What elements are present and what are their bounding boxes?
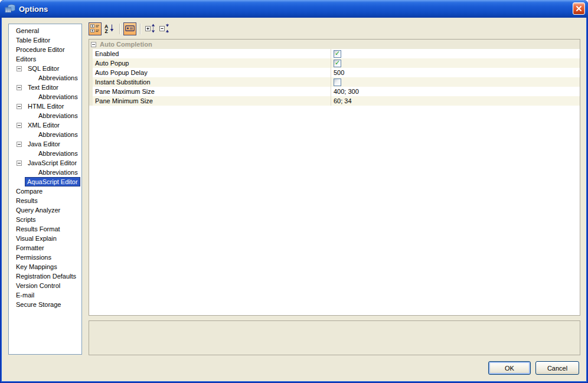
alphabetical-view-button[interactable]: A Z: [103, 22, 116, 35]
expand-all-button[interactable]: [144, 22, 157, 35]
tree-item[interactable]: HTML Editor: [9, 102, 81, 111]
tree-item[interactable]: AquaScript Editor: [9, 177, 81, 186]
property-row[interactable]: Pane Maximum Size 400; 300: [89, 87, 580, 96]
property-value-cell[interactable]: [331, 58, 580, 68]
tree-item-label: Java Editor: [26, 140, 62, 148]
expand-all-icon: [145, 24, 156, 34]
property-value: 500: [334, 69, 344, 76]
tree-item[interactable]: Abbreviations: [9, 92, 81, 102]
property-value: 60; 34: [334, 97, 352, 104]
property-grid: Auto Completion Enabled: [89, 39, 580, 316]
database-table-icon: [5, 4, 15, 14]
tree-item[interactable]: Formatter: [9, 243, 81, 253]
property-row[interactable]: Instant Substitution: [89, 77, 580, 87]
property-row[interactable]: Auto Popup Delay 500: [89, 68, 580, 77]
tree-item-label: Formatter: [14, 244, 46, 252]
property-row[interactable]: Auto Popup: [89, 58, 580, 68]
tree-item-label: Abbreviations: [37, 112, 80, 120]
tree-item[interactable]: Text Editor: [9, 83, 81, 92]
tree-item-label: Abbreviations: [37, 74, 80, 82]
tree-item-label: E-mail: [14, 291, 36, 299]
tree-item[interactable]: Results: [9, 196, 81, 205]
tree-item-label: Key Mappings: [14, 263, 59, 271]
tree-item[interactable]: Scripts: [9, 215, 81, 224]
property-name: Pane Minimum Size: [93, 96, 331, 106]
tree-item-label: Procedure Editor: [14, 45, 67, 54]
tree-item[interactable]: Version Control: [9, 281, 81, 290]
tree-item[interactable]: Abbreviations: [9, 149, 81, 158]
tree-item-label: Abbreviations: [37, 93, 80, 101]
collapse-all-button[interactable]: [158, 22, 171, 35]
property-name: Auto Popup Delay: [93, 68, 331, 77]
tree-item[interactable]: Compare: [9, 186, 81, 196]
property-value-cell[interactable]: [331, 49, 580, 58]
tree-item[interactable]: Abbreviations: [9, 111, 81, 120]
tree-item[interactable]: Abbreviations: [9, 73, 81, 83]
checkbox-icon[interactable]: [334, 60, 341, 67]
tree-item[interactable]: Abbreviations: [9, 168, 81, 177]
property-value-cell[interactable]: 400; 300: [331, 87, 580, 96]
show-description-icon: [125, 24, 135, 34]
tree-item[interactable]: Visual Explain: [9, 234, 81, 243]
cancel-button[interactable]: Cancel: [535, 361, 579, 375]
tree-item[interactable]: Key Mappings: [9, 262, 81, 271]
tree-item-label: Text Editor: [26, 83, 60, 91]
property-value-cell[interactable]: 500: [331, 68, 580, 77]
description-panel: [89, 320, 580, 355]
tree-item[interactable]: Secure Storage: [9, 300, 81, 309]
tree-item[interactable]: Registration Defaults: [9, 271, 81, 281]
property-value-cell[interactable]: 60; 34: [331, 96, 580, 106]
property-value-cell[interactable]: [331, 77, 580, 87]
tree-item-label: Results Format: [14, 225, 62, 233]
category-header[interactable]: Auto Completion: [89, 40, 580, 49]
tree-item-label: Query Analyzer: [14, 206, 62, 214]
tree-item[interactable]: Java Editor: [9, 139, 81, 149]
tree-item[interactable]: Table Editor: [9, 35, 81, 45]
tree-item[interactable]: XML Editor: [9, 120, 81, 130]
title-bar[interactable]: Options: [0, 0, 588, 18]
options-dialog-window: Options General Table Editor: [0, 0, 588, 383]
tree-item-label: Editors: [14, 55, 38, 63]
property-rows: Enabled Auto Popup: [89, 49, 580, 106]
tree-item-label: Visual Explain: [14, 234, 58, 243]
property-row[interactable]: Pane Minimum Size 60; 34: [89, 96, 580, 106]
collapse-box-icon[interactable]: [17, 66, 22, 71]
checkbox-icon[interactable]: [334, 78, 341, 86]
toolbar-separator: [140, 24, 141, 34]
tree-item-label: Abbreviations: [37, 168, 80, 176]
property-row[interactable]: Enabled: [89, 49, 580, 58]
show-description-button[interactable]: [123, 22, 136, 35]
tree-item[interactable]: SQL Editor: [9, 64, 81, 73]
close-button[interactable]: [573, 2, 585, 15]
collapse-box-icon[interactable]: [17, 104, 22, 109]
tree-item[interactable]: Results Format: [9, 224, 81, 234]
collapse-box-icon[interactable]: [17, 161, 22, 166]
tree-item[interactable]: General: [9, 26, 81, 35]
collapse-box-icon[interactable]: [17, 85, 22, 90]
tree-item-label: Abbreviations: [37, 130, 80, 139]
checkbox-icon[interactable]: [334, 50, 341, 58]
toolbar-separator: [119, 24, 120, 34]
tree-item[interactable]: E-mail: [9, 290, 81, 300]
collapse-category-icon[interactable]: [91, 42, 96, 47]
tree-item[interactable]: Editors: [9, 54, 81, 64]
tree-item-label: General: [14, 27, 41, 35]
window-title: Options: [19, 5, 48, 14]
tree-item[interactable]: Permissions: [9, 253, 81, 262]
tree-item[interactable]: JavaScript Editor: [9, 158, 81, 168]
tree-item[interactable]: Procedure Editor: [9, 45, 81, 54]
ok-button[interactable]: OK: [488, 361, 531, 375]
tree-item-label: Scripts: [14, 215, 38, 224]
svg-text:Z: Z: [105, 28, 108, 34]
tree-item-label: XML Editor: [26, 121, 61, 129]
collapse-box-icon[interactable]: [17, 142, 22, 147]
tree-item[interactable]: Query Analyzer: [9, 205, 81, 215]
collapse-all-icon: [159, 24, 170, 34]
categorized-icon: [90, 24, 100, 34]
alphabetical-sort-icon: A Z: [104, 24, 114, 34]
tree-item[interactable]: Abbreviations: [9, 130, 81, 139]
collapse-box-icon[interactable]: [17, 123, 22, 128]
tree-item-label: AquaScript Editor: [25, 178, 80, 186]
tree-item-label: Version Control: [14, 281, 62, 290]
categorized-view-button[interactable]: [89, 22, 102, 35]
